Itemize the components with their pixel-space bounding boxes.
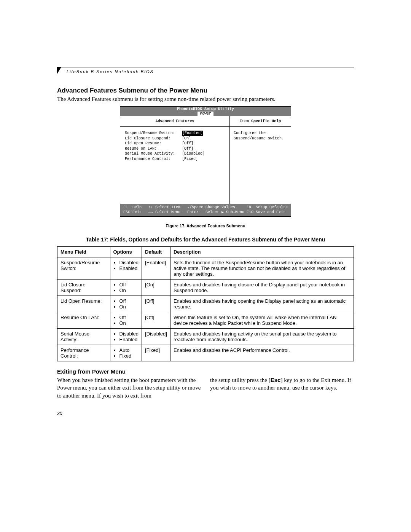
cell-description: Enables and disables having closure of t… — [170, 280, 354, 296]
intro-text: The Advanced Features submenu is for set… — [57, 96, 354, 102]
bios-item-label: Serial Mouse Activity: — [125, 151, 182, 157]
cell-description: Enables and disables having activity on … — [170, 329, 354, 345]
bios-item-value[interactable]: [Disabled] — [182, 151, 205, 157]
table-row: Lid Open Resume:OffOn[Off]Enables and di… — [57, 296, 354, 312]
bios-app-title: PhoenixBIOS Setup Utility — [120, 107, 291, 112]
table-row: Resume On LAN:OffOn[Off]When this featur… — [57, 312, 354, 329]
table-row: Lid Closure Suspend:OffOn[On]Enables and… — [57, 280, 354, 296]
table-row: Suspend/Resume Switch:DisabledEnabled[En… — [57, 257, 354, 280]
table-row: Performance Control:AutoFixed[Fixed]Enab… — [57, 345, 354, 361]
option-item: Disabled — [119, 260, 139, 265]
cell-default: [On] — [142, 280, 170, 296]
bios-item-row[interactable]: Suspend/Resume Switch:[Enabled] — [125, 131, 225, 136]
cell-menu-field: Resume On LAN: — [57, 312, 110, 329]
bios-item-label: Suspend/Resume Switch: — [125, 131, 182, 136]
option-item: On — [119, 320, 139, 326]
options-table: Menu FieldOptionsDefaultDescription Susp… — [57, 246, 354, 361]
exit-col-2: the setup utility press the [Esc] key to… — [210, 376, 354, 399]
bios-item-row[interactable]: Resume on LAN:[Off] — [125, 146, 225, 152]
cell-description: Sets the function of the Suspend/Resume … — [170, 257, 354, 280]
cell-description: Enables and disables the ACPI Performanc… — [170, 345, 354, 361]
bios-item-label: Resume on LAN: — [125, 146, 182, 152]
cell-menu-field: Serial Mouse Activity: — [57, 329, 110, 345]
bios-item-row[interactable]: Lid Closure Suspend:[On] — [125, 136, 225, 141]
tab-marker-icon — [57, 67, 61, 74]
option-item: Off — [119, 315, 139, 320]
cell-menu-field: Lid Closure Suspend: — [57, 280, 110, 296]
running-head: LifeBook B Series Notebook BIOS — [67, 69, 154, 74]
header-rule — [57, 67, 354, 67]
bios-item-value[interactable]: [Off] — [182, 141, 193, 146]
cell-options: AutoFixed — [110, 345, 142, 361]
bios-item-label: Performance Control: — [125, 157, 182, 162]
option-item: Off — [119, 282, 139, 288]
cell-description: Enables and disables having opening the … — [170, 296, 354, 312]
option-item: Auto — [119, 347, 139, 353]
option-item: On — [119, 304, 139, 310]
table-header: Options — [110, 247, 142, 257]
option-item: Off — [119, 298, 139, 304]
cell-options: DisabledEnabled — [110, 329, 142, 345]
option-item: Disabled — [119, 331, 139, 337]
cell-menu-field: Suspend/Resume Switch: — [57, 257, 110, 280]
exit-heading: Exiting from Power Menu — [57, 368, 354, 375]
figure-caption: Figure 17. Advanced Features Submenu — [57, 224, 354, 228]
table-header: Description — [170, 247, 354, 257]
page-number: 30 — [57, 411, 354, 416]
option-item: Enabled — [119, 337, 139, 342]
bios-item-label: Lid Closure Suspend: — [125, 136, 182, 141]
cell-options: OffOn — [110, 296, 142, 312]
bios-menubar: Power — [120, 112, 291, 116]
cell-default: [Fixed] — [142, 345, 170, 361]
bios-item-row[interactable]: Lid Open Resume:[Off] — [125, 141, 225, 146]
esc-key-label: Esc — [271, 377, 281, 383]
section-title: Advanced Features Submenu of the Power M… — [57, 87, 354, 94]
bios-item-label: Lid Open Resume: — [125, 141, 182, 146]
bios-right-header: Item Specific Help — [230, 116, 291, 127]
bios-item-value[interactable]: [Enabled] — [182, 131, 203, 136]
bios-item-value[interactable]: [Off] — [182, 146, 193, 152]
bios-item-value[interactable]: [On] — [182, 136, 191, 141]
exit-col-1: When you have finished setting the boot … — [57, 376, 201, 399]
option-item: Fixed — [119, 353, 139, 359]
table-caption: Table 17: Fields, Options and Defaults f… — [57, 236, 354, 243]
bios-tab-power[interactable]: Power — [198, 112, 213, 116]
bios-item-row[interactable]: Performance Control:[Fixed] — [125, 157, 225, 162]
bios-item-value[interactable]: [Fixed] — [182, 157, 198, 162]
table-row: Serial Mouse Activity:DisabledEnabled[Di… — [57, 329, 354, 345]
option-item: Enabled — [119, 265, 139, 271]
cell-default: [Off] — [142, 312, 170, 329]
cell-default: [Disabled] — [142, 329, 170, 345]
bios-help-text: Configures the Suspend/Resume switch. — [230, 127, 291, 145]
cell-description: When this feature is set to On, the syst… — [170, 312, 354, 329]
cell-options: OffOn — [110, 312, 142, 329]
exit-col-2a: the setup utility press the [ — [210, 377, 271, 383]
cell-options: OffOn — [110, 280, 142, 296]
bios-screenshot: PhoenixBIOS Setup Utility Power Advanced… — [120, 106, 291, 217]
cell-default: [Off] — [142, 296, 170, 312]
bios-item-row[interactable]: Serial Mouse Activity:[Disabled] — [125, 151, 225, 157]
bios-left-header: Advanced Features — [120, 116, 229, 127]
cell-menu-field: Lid Open Resume: — [57, 296, 110, 312]
table-header: Default — [142, 247, 170, 257]
bios-footer: F1 Help ↑↓ Select Item -/Space Change Va… — [120, 204, 291, 216]
cell-options: DisabledEnabled — [110, 257, 142, 280]
cell-menu-field: Performance Control: — [57, 345, 110, 361]
option-item: On — [119, 288, 139, 293]
table-header: Menu Field — [57, 247, 110, 257]
cell-default: [Enabled] — [142, 257, 170, 280]
